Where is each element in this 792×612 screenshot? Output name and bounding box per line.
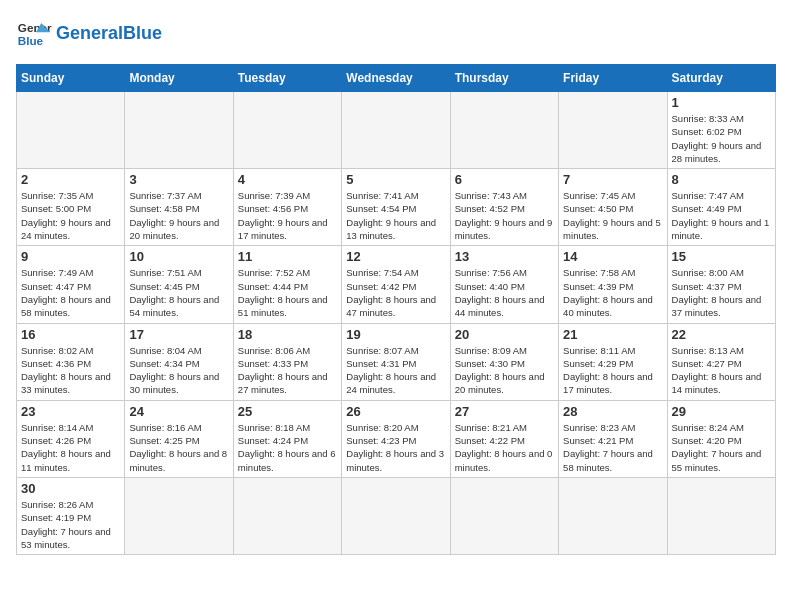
day-info: Sunrise: 8:04 AM Sunset: 4:34 PM Dayligh… [129,344,228,397]
calendar-cell: 19Sunrise: 8:07 AM Sunset: 4:31 PM Dayli… [342,323,450,400]
calendar-cell: 11Sunrise: 7:52 AM Sunset: 4:44 PM Dayli… [233,246,341,323]
calendar-cell: 17Sunrise: 8:04 AM Sunset: 4:34 PM Dayli… [125,323,233,400]
day-number: 8 [672,172,771,187]
logo-general: General [56,23,123,43]
day-info: Sunrise: 8:24 AM Sunset: 4:20 PM Dayligh… [672,421,771,474]
week-row-2: 9Sunrise: 7:49 AM Sunset: 4:47 PM Daylig… [17,246,776,323]
day-number: 4 [238,172,337,187]
day-info: Sunrise: 8:18 AM Sunset: 4:24 PM Dayligh… [238,421,337,474]
calendar: SundayMondayTuesdayWednesdayThursdayFrid… [16,64,776,555]
day-info: Sunrise: 7:56 AM Sunset: 4:40 PM Dayligh… [455,266,554,319]
day-info: Sunrise: 7:49 AM Sunset: 4:47 PM Dayligh… [21,266,120,319]
day-number: 28 [563,404,662,419]
calendar-cell: 16Sunrise: 8:02 AM Sunset: 4:36 PM Dayli… [17,323,125,400]
calendar-cell: 12Sunrise: 7:54 AM Sunset: 4:42 PM Dayli… [342,246,450,323]
calendar-cell [233,92,341,169]
calendar-cell: 21Sunrise: 8:11 AM Sunset: 4:29 PM Dayli… [559,323,667,400]
logo: General Blue GeneralBlue [16,16,162,52]
day-number: 25 [238,404,337,419]
calendar-cell: 13Sunrise: 7:56 AM Sunset: 4:40 PM Dayli… [450,246,558,323]
week-row-5: 30Sunrise: 8:26 AM Sunset: 4:19 PM Dayli… [17,477,776,554]
calendar-cell: 30Sunrise: 8:26 AM Sunset: 4:19 PM Dayli… [17,477,125,554]
day-number: 7 [563,172,662,187]
day-number: 21 [563,327,662,342]
calendar-cell: 20Sunrise: 8:09 AM Sunset: 4:30 PM Dayli… [450,323,558,400]
day-number: 15 [672,249,771,264]
calendar-cell [559,92,667,169]
day-number: 6 [455,172,554,187]
day-header-wednesday: Wednesday [342,65,450,92]
calendar-cell: 6Sunrise: 7:43 AM Sunset: 4:52 PM Daylig… [450,169,558,246]
day-info: Sunrise: 7:45 AM Sunset: 4:50 PM Dayligh… [563,189,662,242]
day-number: 17 [129,327,228,342]
day-info: Sunrise: 8:26 AM Sunset: 4:19 PM Dayligh… [21,498,120,551]
calendar-cell [667,477,775,554]
calendar-cell: 5Sunrise: 7:41 AM Sunset: 4:54 PM Daylig… [342,169,450,246]
logo-text: GeneralBlue [56,24,162,44]
week-row-1: 2Sunrise: 7:35 AM Sunset: 5:00 PM Daylig… [17,169,776,246]
day-number: 14 [563,249,662,264]
day-info: Sunrise: 8:21 AM Sunset: 4:22 PM Dayligh… [455,421,554,474]
calendar-cell: 14Sunrise: 7:58 AM Sunset: 4:39 PM Dayli… [559,246,667,323]
day-number: 29 [672,404,771,419]
day-number: 2 [21,172,120,187]
day-header-thursday: Thursday [450,65,558,92]
calendar-cell: 29Sunrise: 8:24 AM Sunset: 4:20 PM Dayli… [667,400,775,477]
day-info: Sunrise: 8:06 AM Sunset: 4:33 PM Dayligh… [238,344,337,397]
calendar-cell [342,477,450,554]
calendar-cell: 3Sunrise: 7:37 AM Sunset: 4:58 PM Daylig… [125,169,233,246]
calendar-cell: 15Sunrise: 8:00 AM Sunset: 4:37 PM Dayli… [667,246,775,323]
calendar-cell [233,477,341,554]
day-info: Sunrise: 8:07 AM Sunset: 4:31 PM Dayligh… [346,344,445,397]
svg-text:Blue: Blue [18,34,44,47]
day-number: 5 [346,172,445,187]
day-header-sunday: Sunday [17,65,125,92]
day-info: Sunrise: 7:51 AM Sunset: 4:45 PM Dayligh… [129,266,228,319]
calendar-cell: 27Sunrise: 8:21 AM Sunset: 4:22 PM Dayli… [450,400,558,477]
day-info: Sunrise: 7:39 AM Sunset: 4:56 PM Dayligh… [238,189,337,242]
day-number: 1 [672,95,771,110]
day-info: Sunrise: 8:16 AM Sunset: 4:25 PM Dayligh… [129,421,228,474]
day-number: 18 [238,327,337,342]
day-info: Sunrise: 8:20 AM Sunset: 4:23 PM Dayligh… [346,421,445,474]
logo-blue: Blue [123,23,162,43]
calendar-cell [342,92,450,169]
day-number: 27 [455,404,554,419]
calendar-cell: 7Sunrise: 7:45 AM Sunset: 4:50 PM Daylig… [559,169,667,246]
day-info: Sunrise: 7:52 AM Sunset: 4:44 PM Dayligh… [238,266,337,319]
calendar-cell: 10Sunrise: 7:51 AM Sunset: 4:45 PM Dayli… [125,246,233,323]
day-number: 26 [346,404,445,419]
calendar-cell: 23Sunrise: 8:14 AM Sunset: 4:26 PM Dayli… [17,400,125,477]
day-info: Sunrise: 8:13 AM Sunset: 4:27 PM Dayligh… [672,344,771,397]
day-header-saturday: Saturday [667,65,775,92]
day-info: Sunrise: 7:43 AM Sunset: 4:52 PM Dayligh… [455,189,554,242]
calendar-header-row: SundayMondayTuesdayWednesdayThursdayFrid… [17,65,776,92]
calendar-cell: 1Sunrise: 8:33 AM Sunset: 6:02 PM Daylig… [667,92,775,169]
calendar-cell [125,477,233,554]
day-info: Sunrise: 8:14 AM Sunset: 4:26 PM Dayligh… [21,421,120,474]
day-number: 23 [21,404,120,419]
svg-text:General: General [18,21,52,34]
day-info: Sunrise: 8:02 AM Sunset: 4:36 PM Dayligh… [21,344,120,397]
calendar-cell: 28Sunrise: 8:23 AM Sunset: 4:21 PM Dayli… [559,400,667,477]
day-number: 13 [455,249,554,264]
day-info: Sunrise: 7:41 AM Sunset: 4:54 PM Dayligh… [346,189,445,242]
calendar-cell [125,92,233,169]
day-info: Sunrise: 8:09 AM Sunset: 4:30 PM Dayligh… [455,344,554,397]
calendar-cell [17,92,125,169]
day-header-monday: Monday [125,65,233,92]
day-header-tuesday: Tuesday [233,65,341,92]
day-number: 30 [21,481,120,496]
logo-icon: General Blue [16,16,52,52]
day-header-friday: Friday [559,65,667,92]
day-info: Sunrise: 8:23 AM Sunset: 4:21 PM Dayligh… [563,421,662,474]
calendar-cell: 8Sunrise: 7:47 AM Sunset: 4:49 PM Daylig… [667,169,775,246]
day-info: Sunrise: 8:11 AM Sunset: 4:29 PM Dayligh… [563,344,662,397]
calendar-cell: 22Sunrise: 8:13 AM Sunset: 4:27 PM Dayli… [667,323,775,400]
day-info: Sunrise: 7:58 AM Sunset: 4:39 PM Dayligh… [563,266,662,319]
calendar-cell: 9Sunrise: 7:49 AM Sunset: 4:47 PM Daylig… [17,246,125,323]
day-number: 12 [346,249,445,264]
day-number: 22 [672,327,771,342]
week-row-4: 23Sunrise: 8:14 AM Sunset: 4:26 PM Dayli… [17,400,776,477]
day-number: 3 [129,172,228,187]
